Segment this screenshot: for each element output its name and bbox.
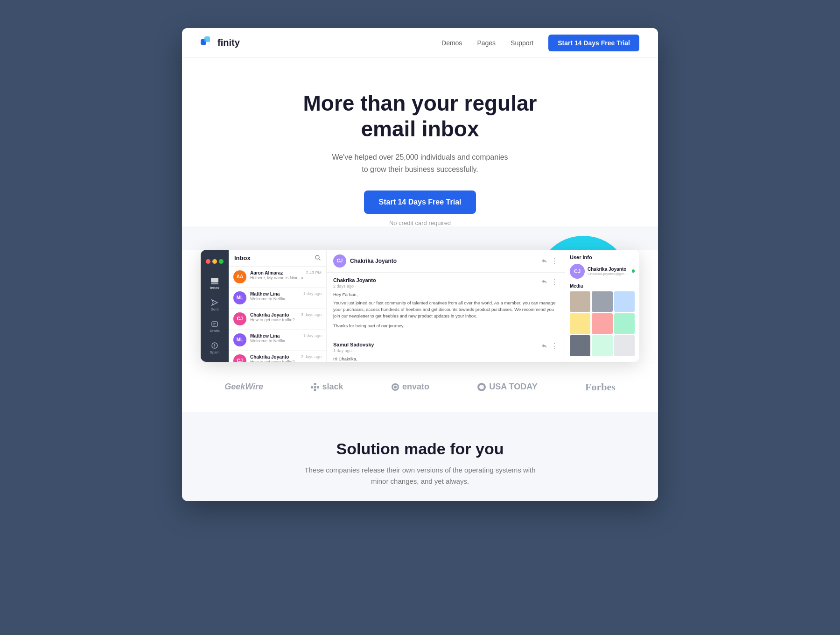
svg-rect-2	[211, 278, 218, 282]
email-item[interactable]: AA Aaron Almaraz 2:43 PM Hi there, My na…	[229, 267, 326, 288]
email-content-panel: CJ Chakrika Joyanto ⋮ Chakrik	[327, 250, 565, 362]
email-thread-1: Chakrika Joyanto 2 days ago ⋮ Hey Farhan…	[333, 277, 558, 335]
email-preview: Hi there, My name is Nine, a...	[250, 275, 322, 280]
media-thumb-9	[614, 335, 635, 356]
media-thumb-2	[592, 291, 612, 312]
window-dot-red	[206, 259, 210, 264]
online-status-dot	[632, 269, 635, 273]
email-content-header: CJ Chakrika Joyanto ⋮	[327, 250, 565, 273]
email-avatar: AA	[233, 270, 246, 283]
email-thread-2: Samul Sadovsky 1 day ago ⋮ Hi Chakrika,	[333, 342, 558, 362]
envato-icon	[391, 383, 399, 391]
media-thumb-6	[614, 313, 635, 334]
svg-rect-10	[317, 386, 319, 388]
brand-forbes: Forbes	[585, 381, 616, 393]
email-panel-header: Inbox	[229, 250, 326, 267]
reply-icon[interactable]	[541, 258, 547, 264]
svg-rect-1	[204, 36, 210, 42]
email-list: AA Aaron Almaraz 2:43 PM Hi there, My na…	[229, 267, 326, 362]
thread2-sender: Samul Sadovsky	[333, 342, 374, 347]
more-icon[interactable]: ⋮	[551, 256, 558, 265]
email-avatar: CJ	[233, 312, 246, 325]
spam-icon	[211, 342, 218, 349]
media-thumb-1	[570, 291, 590, 312]
email-preview: Welcome to Netflix	[250, 296, 322, 301]
email-meta: Chakrika Joyanto 3 days ago How to get m…	[250, 312, 322, 325]
sidebar-item-sent[interactable]: Sent	[201, 296, 229, 315]
email-sender-info: CJ Chakrika Joyanto	[333, 254, 397, 268]
brand-geekwire-text: GeekWire	[224, 382, 263, 392]
sidebar-item-spam[interactable]: Spam	[201, 339, 229, 358]
media-thumb-3	[614, 291, 635, 312]
sidebar-drafts-label: Drafts	[210, 329, 219, 333]
email-time: 2:43 PM	[306, 270, 322, 275]
media-thumb-5	[592, 313, 612, 334]
svg-rect-8	[314, 383, 316, 385]
email-sender-name: Matthew Lina	[250, 333, 280, 339]
thread1-more-icon[interactable]: ⋮	[551, 277, 558, 286]
email-item[interactable]: ML Matthew Lina 1 day ago Welcome to Net…	[229, 288, 326, 309]
email-item[interactable]: CJ Chakrika Joyanto 2 days ago How to ge…	[229, 351, 326, 362]
email-avatar: CJ	[233, 354, 246, 362]
sidebar-item-inbox[interactable]: Inbox	[201, 274, 229, 294]
app-preview-section: Inbox Sent Drafts	[182, 250, 658, 362]
email-list-panel: Inbox AA Aaron Almaraz 2:43 PM Hi there,…	[229, 250, 327, 362]
nav-demos[interactable]: Demos	[441, 39, 462, 47]
hero-section: More than your regular email inbox We've…	[182, 58, 658, 226]
email-sender-name: Chakrika Joyanto	[250, 312, 289, 318]
user-name-info: Chakrika Joyanto Chakrika.joyanto@gmail.…	[588, 267, 629, 276]
nav-links: Demos Pages Support Start 14 Days Free T…	[441, 35, 639, 51]
svg-rect-3	[211, 283, 218, 284]
media-grid	[570, 291, 635, 356]
page-wrapper: finity Demos Pages Support Start 14 Days…	[182, 28, 658, 501]
hero-cta-button[interactable]: Start 14 Days Free Trial	[364, 190, 476, 214]
thread1-date: 2 days ago	[333, 284, 376, 289]
email-sender-name: Aaron Almaraz	[250, 270, 283, 275]
media-thumb-7	[570, 335, 590, 356]
email-time: 1 day ago	[303, 333, 322, 339]
app-screenshot: Inbox Sent Drafts	[201, 250, 639, 362]
window-dot-yellow	[212, 259, 217, 264]
svg-point-14	[394, 386, 397, 388]
email-sender-name: Chakrika Joyanto	[250, 354, 289, 360]
email-meta: Matthew Lina 1 day ago Welcome to Netfli…	[250, 333, 322, 346]
solution-title: Solution made for you	[201, 440, 639, 458]
brand-slack-text: slack	[322, 382, 343, 392]
email-body-area: Chakrika Joyanto 2 days ago ⋮ Hey Farhan…	[327, 273, 565, 362]
email-item[interactable]: ML Matthew Lina 1 day ago Welcome to Net…	[229, 330, 326, 351]
logo[interactable]: finity	[201, 36, 240, 49]
app-sidebar: Inbox Sent Drafts	[201, 250, 229, 362]
thread1-reply-icon[interactable]	[541, 279, 547, 284]
hero-subtitle: We've helped over 25,000 individuals and…	[331, 151, 509, 175]
brand-forbes-text: Forbes	[585, 381, 616, 393]
sidebar-spam-label: Spam	[210, 350, 220, 354]
brand-usatoday: USA TODAY	[477, 382, 537, 392]
sidebar-item-drafts[interactable]: Drafts	[201, 317, 229, 337]
user-info-profile: CJ Chakrika Joyanto Chakrika.joyanto@gma…	[570, 264, 635, 279]
solution-subtitle: These companies release their own versio…	[303, 465, 537, 487]
thread-avatar: CJ	[333, 254, 346, 268]
thread2-date: 1 day ago	[333, 348, 374, 353]
slack-icon	[311, 383, 319, 391]
nav-support[interactable]: Support	[511, 39, 533, 47]
thread2-reply-icon[interactable]	[541, 343, 547, 349]
usatoday-icon	[477, 382, 486, 392]
user-email-small: Chakrika.joyanto@gmail.com	[588, 272, 629, 276]
brand-slack: slack	[311, 382, 343, 392]
email-preview: How to get more traffic?	[250, 318, 322, 322]
email-item[interactable]: CJ Chakrika Joyanto 3 days ago How to ge…	[229, 309, 326, 330]
search-icon[interactable]	[315, 255, 321, 261]
inbox-icon	[211, 278, 218, 284]
nav-cta-button[interactable]: Start 14 Days Free Trial	[548, 35, 639, 51]
thread2-more-icon[interactable]: ⋮	[551, 342, 558, 351]
navbar: finity Demos Pages Support Start 14 Days…	[182, 28, 658, 58]
brand-usatoday-text: USA TODAY	[489, 382, 537, 392]
email-meta: Aaron Almaraz 2:43 PM Hi there, My name …	[250, 270, 322, 283]
sidebar-sent-label: Sent	[211, 307, 218, 311]
media-section-title: Media	[570, 283, 635, 289]
logo-text: finity	[217, 37, 240, 48]
email-time: 3 days ago	[301, 312, 322, 318]
user-avatar: CJ	[570, 264, 585, 279]
nav-pages[interactable]: Pages	[477, 39, 496, 47]
sidebar-inbox-label: Inbox	[210, 286, 219, 290]
